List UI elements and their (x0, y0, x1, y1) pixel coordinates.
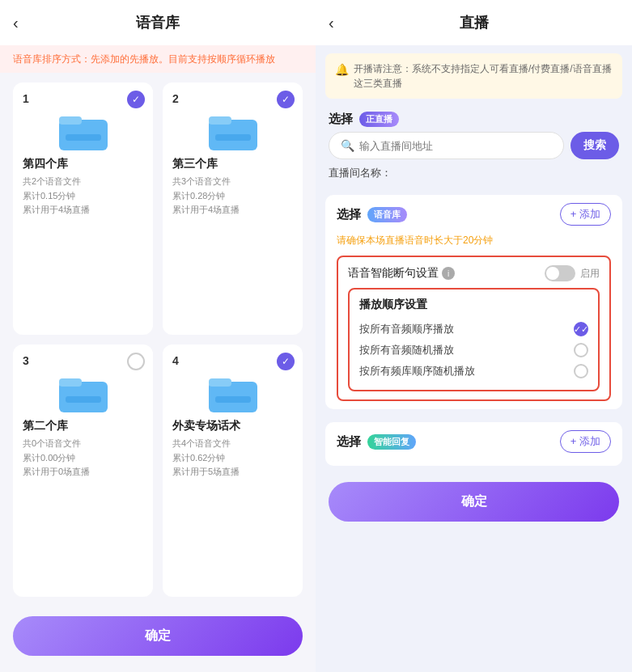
search-row: 🔍 搜索 (316, 132, 632, 166)
search-input[interactable] (359, 140, 552, 152)
voice-section: 选择 语音库 + 添加 请确保本场直播语音时长大于20分钟 语音智能断句设置 i… (325, 195, 622, 409)
svg-rect-5 (215, 134, 251, 141)
search-input-wrap[interactable]: 🔍 (329, 132, 564, 159)
card-status-4: ✓ (277, 353, 295, 370)
card-info-2: 共3个语音文件 累计0.28分钟 累计用于4场直播 (172, 175, 293, 218)
svg-rect-7 (59, 378, 82, 387)
live-badge: 正直播 (359, 112, 399, 127)
right-panel: ‹ 直播 🔔 开播请注意：系统不支持指定人可看直播/付费直播/语音直播这三类直播… (316, 0, 632, 672)
radio-option-2[interactable]: 按所有音频随机播放 (359, 340, 588, 361)
left-header: ‹ 语音库 (0, 0, 316, 45)
ai-header: 选择 智能回复 + 添加 (337, 430, 611, 453)
card-number-2: 2 (172, 92, 293, 105)
radio-label-2: 按所有音频随机播放 (359, 343, 454, 357)
card-name-1: 第四个库 (23, 157, 143, 171)
radio-option-1[interactable]: 按所有音频顺序播放 ✓ (359, 319, 588, 340)
alert-bar: 🔔 开播请注意：系统不支持指定人可看直播/付费直播/语音直播这三类直播 (325, 53, 622, 99)
left-panel: ‹ 语音库 语音库排序方式：先添加的先播放。目前支持按顺序循环播放 1 ✓ 第四… (0, 0, 316, 672)
svg-rect-11 (215, 396, 251, 403)
right-back-button[interactable]: ‹ (329, 14, 334, 32)
playback-box: 播放顺序设置 按所有音频顺序播放 ✓ 按所有音频随机播放 按所有频库顺序随机播放 (348, 288, 600, 391)
section1-label: 选择 (329, 112, 353, 127)
card-name-4: 外卖专场话术 (172, 419, 293, 433)
section2-label: 选择 (337, 207, 361, 222)
radio-circle-1: ✓ (574, 322, 588, 336)
section1-row: 选择 正直播 (316, 107, 632, 132)
library-card-4[interactable]: 4 ✓ 外卖专场话术 共4个语音文件 累计0.62分钟 累计用于5场直播 (163, 344, 303, 597)
left-back-button[interactable]: ‹ (13, 14, 19, 32)
playback-title: 播放顺序设置 (359, 298, 588, 312)
toggle-wrap: 启用 (545, 265, 600, 281)
svg-rect-4 (209, 116, 231, 125)
folder-icon-4 (209, 374, 257, 412)
notice-bar: 语音库排序方式：先添加的先播放。目前支持按顺序循环播放 (0, 45, 316, 73)
right-confirm-button[interactable]: 确定 (329, 482, 619, 522)
folder-icon-3 (59, 374, 108, 412)
voice-add-button[interactable]: + 添加 (560, 203, 611, 226)
folder-icon-2 (209, 112, 257, 150)
search-button[interactable]: 搜索 (570, 132, 619, 159)
room-name-label: 直播间名称： (316, 166, 632, 188)
voice-header: 选择 语音库 + 添加 (337, 203, 611, 226)
library-card-1[interactable]: 1 ✓ 第四个库 共2个语音文件 累计0.15分钟 累计用于4场直播 (13, 82, 153, 335)
card-number-1: 1 (23, 92, 143, 105)
smart-setting-box: 语音智能断句设置 i 启用 播放顺序设置 按所有音频顺序播放 ✓ (337, 256, 611, 401)
library-card-2[interactable]: 2 ✓ 第三个库 共3个语音文件 累计0.28分钟 累计用于4场直播 (163, 82, 303, 335)
alert-text: 开播请注意：系统不支持指定人可看直播/付费直播/语音直播这三类直播 (354, 61, 613, 91)
card-number-4: 4 (172, 354, 293, 367)
radio-circle-2 (574, 343, 588, 357)
alert-icon: 🔔 (335, 61, 349, 91)
library-card-3[interactable]: 3 第二个库 共0个语音文件 累计0.00分钟 累计用于0场直播 (13, 344, 153, 597)
card-info-4: 共4个语音文件 累计0.62分钟 累计用于5场直播 (172, 437, 293, 480)
toggle-text: 启用 (580, 267, 600, 281)
card-status-1: ✓ (127, 91, 145, 108)
svg-rect-2 (66, 134, 101, 141)
svg-rect-8 (66, 396, 101, 403)
voice-badge: 语音库 (367, 207, 407, 222)
library-grid: 1 ✓ 第四个库 共2个语音文件 累计0.15分钟 累计用于4场直播 2 ✓ (0, 73, 316, 606)
info-icon: i (442, 267, 455, 280)
radio-circle-3 (574, 364, 588, 378)
smart-row: 语音智能断句设置 i 启用 (348, 265, 600, 281)
search-icon: 🔍 (341, 139, 354, 152)
card-info-3: 共0个语音文件 累计0.00分钟 累计用于0场直播 (23, 437, 143, 480)
svg-rect-1 (59, 116, 82, 125)
left-title: 语音库 (136, 13, 180, 32)
ai-add-button[interactable]: + 添加 (560, 430, 611, 453)
smart-toggle[interactable] (545, 265, 575, 281)
left-confirm-button[interactable]: 确定 (13, 616, 303, 656)
folder-icon-1 (59, 112, 108, 150)
radio-label-1: 按所有音频顺序播放 (359, 322, 454, 336)
voice-hint: 请确保本场直播语音时长大于20分钟 (337, 230, 611, 251)
section3-label: 选择 (337, 434, 361, 450)
smart-label: 语音智能断句设置 i (348, 266, 455, 281)
card-name-3: 第二个库 (23, 419, 143, 433)
card-number-3: 3 (23, 354, 143, 367)
radio-label-3: 按所有频库顺序随机播放 (359, 364, 475, 378)
ai-badge: 智能回复 (367, 434, 416, 450)
card-info-1: 共2个语音文件 累计0.15分钟 累计用于4场直播 (23, 175, 143, 218)
card-name-2: 第三个库 (172, 157, 293, 171)
card-status-3 (127, 353, 145, 370)
right-header: ‹ 直播 (316, 0, 632, 45)
radio-option-3[interactable]: 按所有频库顺序随机播放 (359, 361, 588, 382)
right-title: 直播 (460, 13, 489, 32)
svg-rect-10 (209, 378, 231, 387)
card-status-2: ✓ (277, 91, 295, 108)
ai-section: 选择 智能回复 + 添加 (325, 422, 622, 466)
